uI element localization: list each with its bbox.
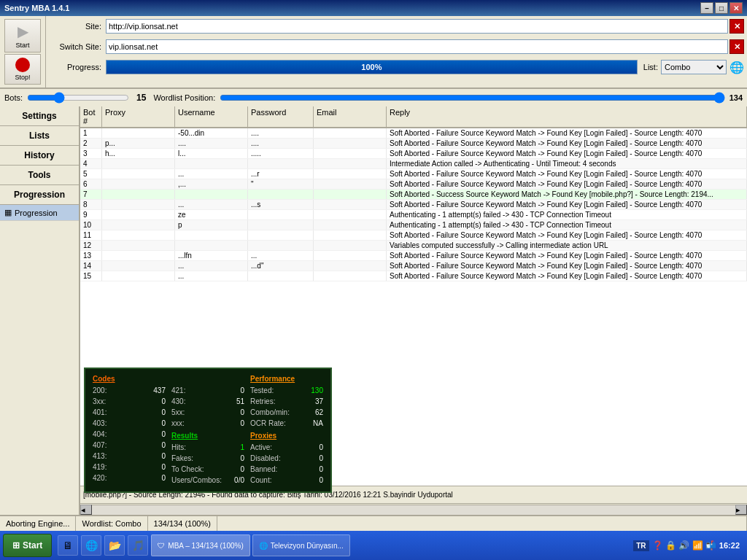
- bots-slider[interactable]: [27, 92, 129, 104]
- td-proxy: [102, 230, 175, 240]
- td-password: [248, 230, 314, 240]
- nav-lists[interactable]: Lists: [0, 126, 79, 146]
- stat-5xx: 5xx:0: [171, 407, 244, 418]
- td-bot: 6: [80, 179, 102, 189]
- nav-sub-progression[interactable]: ▦ Progression: [0, 205, 79, 221]
- td-username: l...: [175, 149, 248, 158]
- nav-tools[interactable]: Tools: [0, 166, 79, 185]
- td-username: [175, 230, 248, 240]
- td-reply: Authenticating - 1 attempt(s) failed -> …: [387, 220, 747, 230]
- horizontal-scrollbar[interactable]: ◂ ▸: [80, 503, 747, 515]
- th-email: Email: [314, 106, 387, 127]
- table-row: 12 Variables computed successfully -> Ca…: [80, 241, 747, 251]
- td-email: [314, 230, 387, 240]
- perf-header: Performance: [250, 375, 295, 383]
- app-mba-icon: 🛡: [158, 542, 165, 550]
- stat-421: 421:0: [171, 385, 244, 396]
- switch-site-clear-button[interactable]: ✕: [729, 39, 744, 54]
- table-row: 11 Soft Aborted - Failure Source Keyword…: [80, 230, 747, 241]
- app-mba-label: MBA – 134/134 (100%): [168, 542, 243, 550]
- td-bot: 15: [80, 271, 102, 281]
- site-clear-button[interactable]: ✕: [729, 19, 744, 34]
- td-email: [314, 139, 387, 148]
- stats-codes-col1: Codes 200:437 3xx:0 401:0 403:0 404:0 40…: [93, 375, 166, 486]
- switch-site-row: Switch Site: ✕: [49, 39, 744, 55]
- td-proxy: [102, 169, 175, 179]
- progress-bar: 100%: [106, 60, 638, 74]
- td-password: [248, 159, 314, 168]
- td-reply: Soft Aborted - Failure Source Keyword Ma…: [387, 149, 747, 158]
- stat-430: 430:51: [171, 396, 244, 407]
- taskbar-right: TR ❓ 🔒 🔊 📶 📬 16:22: [629, 540, 744, 551]
- td-username: -50...din: [175, 128, 248, 138]
- table-row: 6 ,... " Soft Aborted - Failure Source K…: [80, 179, 747, 190]
- stats-popup: Codes 200:437 3xx:0 401:0 403:0 404:0 40…: [84, 368, 332, 493]
- td-reply: Soft Aborted - Failure Source Keyword Ma…: [387, 261, 747, 271]
- td-password: ....: [248, 128, 314, 138]
- th-reply: Reply: [387, 106, 747, 127]
- td-email: [314, 200, 387, 209]
- stat-retries: Retries:37: [250, 396, 323, 407]
- form-fields: Site: ✕ Switch Site: ✕ Progress: 100%: [46, 16, 747, 88]
- td-proxy: [102, 251, 175, 260]
- td-email: [314, 261, 387, 271]
- td-bot: 12: [80, 241, 102, 250]
- taskbar-icon-4[interactable]: 🎵: [128, 535, 148, 556]
- maximize-button[interactable]: □: [715, 2, 728, 14]
- taskbar-icon-1[interactable]: 🖥: [58, 535, 78, 556]
- start-button[interactable]: ▶ Start: [4, 19, 41, 52]
- app-tv-label: Televizyon Dünyasın...: [271, 542, 344, 550]
- taskbar: ⊞ Start 🖥 🌐 📂 🎵 🛡 MBA – 134/134 (100%) 🌐…: [0, 531, 747, 560]
- td-proxy: h...: [102, 149, 175, 158]
- td-username: [175, 241, 248, 250]
- stat-xxx: xxx:0: [171, 418, 244, 429]
- window-title: Sentry MBA 1.4.1: [4, 4, 69, 12]
- td-reply: Soft Aborted - Failure Source Keyword Ma…: [387, 251, 747, 260]
- td-bot: 13: [80, 251, 102, 260]
- td-reply: Soft Aborted - Failure Source Keyword Ma…: [387, 139, 747, 148]
- minimize-button[interactable]: –: [700, 2, 713, 14]
- nav-progression[interactable]: Progression: [0, 185, 79, 205]
- list-label: List:: [643, 63, 658, 71]
- td-reply: Soft Aborted - Failure Source Keyword Ma…: [387, 128, 747, 138]
- stop-button[interactable]: ⏹ Stop!: [4, 54, 41, 85]
- taskbar-app-tv[interactable]: 🌐 Televizyon Dünyasın...: [252, 534, 350, 556]
- td-email: [314, 251, 387, 260]
- td-bot: 5: [80, 169, 102, 179]
- list-select[interactable]: Combo: [661, 60, 727, 74]
- taskbar-icon-3[interactable]: 📂: [104, 535, 125, 556]
- td-reply: Authenticating - 1 attempt(s) failed -> …: [387, 210, 747, 219]
- td-reply: Soft Aborted - Failure Source Keyword Ma…: [387, 230, 747, 240]
- td-proxy: [102, 159, 175, 168]
- bots-label: Bots:: [4, 93, 23, 102]
- scroll-track[interactable]: [92, 505, 735, 515]
- stat-banned: Banned:0: [250, 464, 323, 475]
- site-input[interactable]: [106, 19, 728, 34]
- stat-count: Count:0: [250, 475, 323, 486]
- nav-settings[interactable]: Settings: [0, 106, 79, 126]
- proxies-header: Proxies: [250, 432, 276, 440]
- globe-icon[interactable]: 🌐: [729, 61, 744, 74]
- th-username: Username: [175, 106, 248, 127]
- td-proxy: p...: [102, 139, 175, 148]
- stat-401: 401:0: [93, 407, 166, 418]
- td-proxy: [102, 241, 175, 250]
- main-window: ▶ Start ⏹ Stop! Site: ✕ Switch Site: ✕: [0, 16, 747, 531]
- stat-tocheck: To Check:0: [171, 464, 244, 475]
- td-email: [314, 190, 387, 199]
- td-email: [314, 241, 387, 250]
- td-email: [314, 271, 387, 281]
- td-reply: Variables computed successfully -> Calli…: [387, 241, 747, 250]
- scroll-right-btn[interactable]: ▸: [735, 505, 747, 515]
- windows-start-button[interactable]: ⊞ Start: [3, 534, 52, 557]
- nav-history[interactable]: History: [0, 146, 79, 166]
- stats-perf-col: Performance Tested:130 Retries:37 Combo/…: [250, 375, 323, 486]
- switch-site-input[interactable]: [106, 39, 728, 54]
- table-row: 2 p... .... .... Soft Aborted - Failure …: [80, 139, 747, 149]
- wordlist-slider[interactable]: [220, 92, 724, 104]
- close-button[interactable]: ✕: [729, 2, 743, 14]
- taskbar-app-mba[interactable]: 🛡 MBA – 134/134 (100%): [151, 534, 249, 556]
- scroll-left-btn[interactable]: ◂: [80, 505, 92, 515]
- td-email: [314, 220, 387, 230]
- taskbar-icon-2[interactable]: 🌐: [81, 535, 101, 556]
